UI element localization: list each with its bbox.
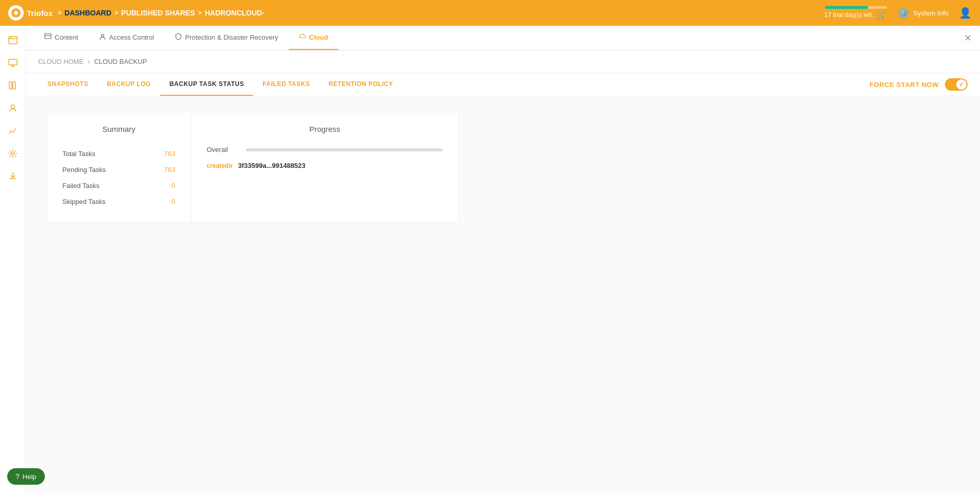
logo-icon <box>8 5 24 21</box>
force-start-button[interactable]: FORCE START NOW <box>870 81 939 89</box>
svg-rect-1 <box>9 37 17 44</box>
trial-text: 17 trial day(s) left. <box>824 11 873 19</box>
progress-panel: Progress Overall createdir 3f33599a...99… <box>191 112 458 222</box>
failed-tasks-value: 0 <box>172 182 175 190</box>
tab-cloud-label: Cloud <box>309 33 328 41</box>
sub-tabs: SNAPSHOTS BACKUP LOG BACKUP TASK STATUS … <box>26 73 980 96</box>
tab-protection[interactable]: Protection & Disaster Recovery <box>164 26 289 50</box>
toggle-check-icon: ✓ <box>959 81 964 88</box>
nav-sep-2: > <box>114 9 118 16</box>
svg-rect-7 <box>45 33 51 39</box>
summary-row-pending: Pending Tasks 763 <box>62 162 175 178</box>
main-layout: Content Access Control Protection & Disa… <box>0 26 980 495</box>
system-info[interactable]: ⚙️ System Info <box>897 7 949 19</box>
tab-protection-label: Protection & Disaster Recovery <box>185 33 278 41</box>
sub-tab-backup-task-status[interactable]: BACKUP TASK STATUS <box>160 73 254 96</box>
nav-sep-3: > <box>198 9 202 16</box>
breadcrumb-cloud-home[interactable]: CLOUD HOME <box>38 58 84 65</box>
main-content: Summary Total Tasks 763 Pending Tasks 76… <box>26 96 980 495</box>
trial-container: 17 trial day(s) left. 🛒 <box>824 6 887 20</box>
sub-tab-snapshots[interactable]: SNAPSHOTS <box>38 73 97 96</box>
help-icon: ? <box>15 472 20 481</box>
svg-rect-2 <box>9 59 17 65</box>
close-button[interactable]: ✕ <box>964 32 972 44</box>
svg-rect-3 <box>9 82 12 89</box>
sub-tab-failed-tasks[interactable]: FAILED TASKS <box>253 73 319 96</box>
trial-progress-bar <box>825 6 887 9</box>
panels-row: Summary Total Tasks 763 Pending Tasks 76… <box>46 112 459 223</box>
breadcrumb: CLOUD HOME › CLOUD BACKUP <box>26 50 980 73</box>
sub-tab-backup-log[interactable]: BACKUP LOG <box>97 73 160 96</box>
total-tasks-value: 763 <box>164 150 175 158</box>
tab-content-label: Content <box>55 33 78 41</box>
sidebar-item-desktop[interactable] <box>4 54 22 72</box>
breadcrumb-cloud-backup: CLOUD BACKUP <box>94 58 147 65</box>
pending-tasks-label: Pending Tasks <box>62 166 106 174</box>
system-info-label: System Info <box>913 9 949 17</box>
tab-bar: Content Access Control Protection & Disa… <box>26 26 980 50</box>
tab-access-control[interactable]: Access Control <box>89 26 164 50</box>
overall-label: Overall <box>207 146 238 153</box>
failed-tasks-label: Failed Tasks <box>62 182 99 190</box>
cart-icon[interactable]: 🛒 <box>876 10 887 20</box>
sidebar-item-shared-files[interactable] <box>4 31 22 49</box>
topbar: Triofox > DASHBOARD > PUBLISHED SHARES >… <box>0 0 980 26</box>
nav-sep-1: > <box>58 9 61 16</box>
user-icon: 👤 <box>959 7 972 19</box>
content-area: Content Access Control Protection & Disa… <box>26 26 980 495</box>
tab-content[interactable]: Content <box>34 26 89 50</box>
help-label: Help <box>23 473 37 481</box>
tab-access-control-label: Access Control <box>109 33 154 41</box>
breadcrumb-arrow: › <box>88 58 90 65</box>
skipped-tasks-label: Skipped Tasks <box>62 198 106 206</box>
overall-progress-bar <box>246 148 443 151</box>
total-tasks-label: Total Tasks <box>62 150 95 158</box>
sub-tabs-left: SNAPSHOTS BACKUP LOG BACKUP TASK STATUS … <box>38 73 403 96</box>
progress-overall-row: Overall <box>207 146 443 153</box>
created-value: 3f33599a...991488523 <box>238 162 306 169</box>
sidebar-item-settings[interactable] <box>4 144 22 163</box>
sub-tab-retention-policy[interactable]: RETENTION POLICY <box>319 73 402 96</box>
sidebar-item-analytics[interactable] <box>4 122 22 140</box>
protection-tab-icon <box>175 33 182 42</box>
progress-title: Progress <box>207 125 443 133</box>
svg-rect-4 <box>13 82 15 89</box>
svg-point-8 <box>101 35 104 37</box>
nav-dashboard[interactable]: DASHBOARD <box>64 9 111 17</box>
content-tab-icon <box>44 33 52 42</box>
sidebar-item-users[interactable] <box>4 99 22 117</box>
user-menu[interactable]: 👤 <box>959 7 972 19</box>
topbar-left: Triofox > DASHBOARD > PUBLISHED SHARES >… <box>8 5 264 21</box>
topbar-right: 17 trial day(s) left. 🛒 ⚙️ System Info 👤 <box>824 6 972 20</box>
force-start-area: FORCE START NOW ✓ <box>870 78 968 91</box>
brand-name: Triofox <box>27 9 53 18</box>
summary-panel: Summary Total Tasks 763 Pending Tasks 76… <box>47 112 191 222</box>
nav-published-shares[interactable]: PUBLISHED SHARES <box>121 9 195 17</box>
summary-row-failed: Failed Tasks 0 <box>62 178 175 194</box>
skipped-tasks-value: 0 <box>172 198 175 206</box>
summary-row-skipped: Skipped Tasks 0 <box>62 194 175 210</box>
nav-hadroncloud: HADRONCLOUD- <box>205 9 264 17</box>
summary-row-total: Total Tasks 763 <box>62 146 175 162</box>
sidebar <box>0 26 26 495</box>
force-start-toggle[interactable]: ✓ <box>945 78 968 91</box>
toggle-knob: ✓ <box>956 79 967 90</box>
sidebar-item-download[interactable] <box>4 167 22 185</box>
access-control-tab-icon <box>99 33 106 42</box>
summary-title: Summary <box>62 125 175 133</box>
cloud-tab-icon <box>299 33 306 42</box>
svg-point-5 <box>11 105 14 109</box>
pending-tasks-value: 763 <box>164 166 175 174</box>
created-row: createdir 3f33599a...991488523 <box>207 162 443 169</box>
svg-point-6 <box>11 152 14 155</box>
trial-progress-fill <box>825 6 868 9</box>
sidebar-item-library[interactable] <box>4 76 22 95</box>
help-button[interactable]: ? Help <box>7 468 45 485</box>
tab-cloud[interactable]: Cloud <box>289 26 339 50</box>
gear-icon: ⚙️ <box>897 7 910 19</box>
created-label: createdir <box>207 162 233 169</box>
